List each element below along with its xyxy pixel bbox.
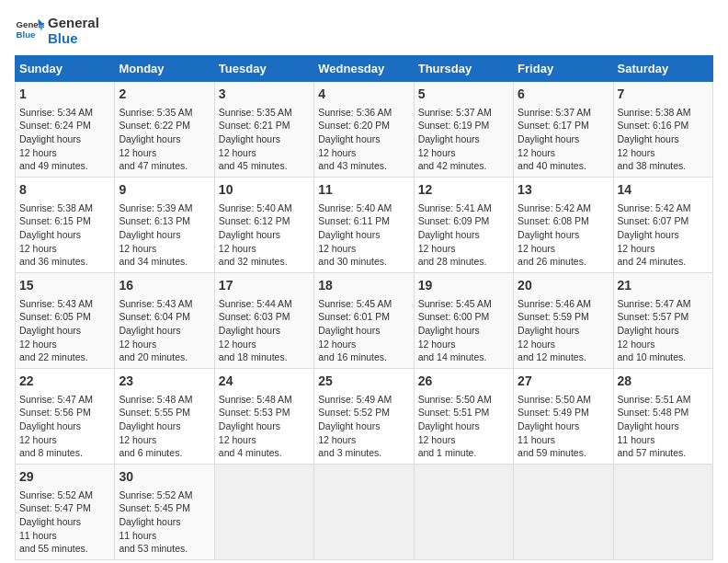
day-number: 4 <box>318 86 409 104</box>
calendar-cell: 12Sunrise: 5:41 AMSunset: 6:09 PMDayligh… <box>414 178 513 273</box>
day-number: 28 <box>618 373 709 391</box>
day-number: 6 <box>518 86 609 104</box>
day-details: Sunrise: 5:52 AMSunset: 5:45 PMDaylight … <box>119 488 210 556</box>
calendar-cell: 22Sunrise: 5:47 AMSunset: 5:56 PMDayligh… <box>16 369 115 465</box>
day-details: Sunrise: 5:36 AMSunset: 6:20 PMDaylight … <box>318 106 409 173</box>
day-details: Sunrise: 5:44 AMSunset: 6:03 PMDaylight … <box>219 297 310 364</box>
calendar-cell <box>414 465 513 560</box>
day-number: 30 <box>119 468 210 487</box>
calendar-cell: 19Sunrise: 5:45 AMSunset: 6:00 PMDayligh… <box>414 273 513 369</box>
day-details: Sunrise: 5:43 AMSunset: 6:05 PMDaylight … <box>19 297 110 364</box>
calendar-header-row: Sunday Monday Tuesday Wednesday Thursday… <box>16 56 713 82</box>
day-details: Sunrise: 5:50 AMSunset: 5:49 PMDaylight … <box>518 393 609 460</box>
day-number: 16 <box>119 277 210 295</box>
day-details: Sunrise: 5:41 AMSunset: 6:09 PMDaylight … <box>418 201 509 269</box>
day-details: Sunrise: 5:39 AMSunset: 6:13 PMDaylight … <box>119 201 210 269</box>
calendar-cell: 13Sunrise: 5:42 AMSunset: 6:08 PMDayligh… <box>514 178 613 273</box>
day-details: Sunrise: 5:48 AMSunset: 5:53 PMDaylight … <box>219 393 310 460</box>
day-details: Sunrise: 5:37 AMSunset: 6:19 PMDaylight … <box>418 106 509 173</box>
calendar-row-4: 29Sunrise: 5:52 AMSunset: 5:47 PMDayligh… <box>16 465 713 560</box>
day-details: Sunrise: 5:40 AMSunset: 6:12 PMDaylight … <box>219 201 310 269</box>
day-number: 23 <box>119 373 210 391</box>
calendar-cell: 26Sunrise: 5:50 AMSunset: 5:51 PMDayligh… <box>414 369 513 465</box>
calendar-cell: 21Sunrise: 5:47 AMSunset: 5:57 PMDayligh… <box>613 273 712 369</box>
calendar-cell: 10Sunrise: 5:40 AMSunset: 6:12 PMDayligh… <box>214 178 313 273</box>
calendar-cell: 30Sunrise: 5:52 AMSunset: 5:45 PMDayligh… <box>115 465 214 560</box>
day-number: 9 <box>119 181 210 200</box>
day-details: Sunrise: 5:35 AMSunset: 6:22 PMDaylight … <box>119 106 210 173</box>
day-details: Sunrise: 5:46 AMSunset: 5:59 PMDaylight … <box>518 297 609 364</box>
calendar-cell: 11Sunrise: 5:40 AMSunset: 6:11 PMDayligh… <box>314 178 414 273</box>
day-details: Sunrise: 5:40 AMSunset: 6:11 PMDaylight … <box>318 201 409 269</box>
day-number: 21 <box>618 277 709 295</box>
calendar-cell <box>613 465 712 560</box>
page-header: General Blue General Blue <box>15 15 713 46</box>
day-details: Sunrise: 5:49 AMSunset: 5:52 PMDaylight … <box>318 393 409 460</box>
header-friday: Friday <box>514 56 613 82</box>
calendar-row-3: 22Sunrise: 5:47 AMSunset: 5:56 PMDayligh… <box>16 369 713 465</box>
day-number: 17 <box>219 277 310 295</box>
calendar-cell: 5Sunrise: 5:37 AMSunset: 6:19 PMDaylight… <box>414 82 513 178</box>
day-details: Sunrise: 5:37 AMSunset: 6:17 PMDaylight … <box>518 106 609 173</box>
calendar-cell: 18Sunrise: 5:45 AMSunset: 6:01 PMDayligh… <box>314 273 414 369</box>
day-number: 2 <box>119 86 210 104</box>
day-details: Sunrise: 5:38 AMSunset: 6:15 PMDaylight … <box>19 201 110 269</box>
day-number: 7 <box>618 86 709 104</box>
day-number: 3 <box>219 86 310 104</box>
calendar-cell: 9Sunrise: 5:39 AMSunset: 6:13 PMDaylight… <box>115 178 214 273</box>
calendar-cell: 7Sunrise: 5:38 AMSunset: 6:16 PMDaylight… <box>613 82 712 178</box>
day-number: 24 <box>219 373 310 391</box>
day-number: 19 <box>418 277 509 295</box>
day-number: 5 <box>418 86 509 104</box>
day-details: Sunrise: 5:42 AMSunset: 6:07 PMDaylight … <box>618 201 709 269</box>
header-wednesday: Wednesday <box>314 56 414 82</box>
day-number: 15 <box>19 277 110 295</box>
day-number: 20 <box>518 277 609 295</box>
day-number: 27 <box>518 373 609 391</box>
logo-blue: Blue <box>48 30 99 46</box>
day-number: 11 <box>318 181 409 200</box>
calendar-cell: 17Sunrise: 5:44 AMSunset: 6:03 PMDayligh… <box>214 273 313 369</box>
logo: General Blue General Blue <box>15 15 99 46</box>
day-details: Sunrise: 5:38 AMSunset: 6:16 PMDaylight … <box>618 106 709 173</box>
day-details: Sunrise: 5:43 AMSunset: 6:04 PMDaylight … <box>119 297 210 364</box>
day-details: Sunrise: 5:34 AMSunset: 6:24 PMDaylight … <box>19 106 110 173</box>
day-details: Sunrise: 5:42 AMSunset: 6:08 PMDaylight … <box>518 201 609 269</box>
day-number: 8 <box>19 181 110 200</box>
calendar-cell <box>214 465 313 560</box>
calendar-cell: 29Sunrise: 5:52 AMSunset: 5:47 PMDayligh… <box>16 465 115 560</box>
day-details: Sunrise: 5:52 AMSunset: 5:47 PMDaylight … <box>19 488 110 556</box>
calendar-cell <box>314 465 414 560</box>
day-details: Sunrise: 5:48 AMSunset: 5:55 PMDaylight … <box>119 393 210 460</box>
day-number: 22 <box>19 373 110 391</box>
day-number: 26 <box>418 373 509 391</box>
calendar-cell: 15Sunrise: 5:43 AMSunset: 6:05 PMDayligh… <box>16 273 115 369</box>
calendar-cell: 25Sunrise: 5:49 AMSunset: 5:52 PMDayligh… <box>314 369 414 465</box>
day-number: 1 <box>19 86 110 104</box>
calendar-cell: 14Sunrise: 5:42 AMSunset: 6:07 PMDayligh… <box>613 178 712 273</box>
calendar-cell: 2Sunrise: 5:35 AMSunset: 6:22 PMDaylight… <box>115 82 214 178</box>
header-saturday: Saturday <box>613 56 712 82</box>
day-number: 29 <box>19 468 110 487</box>
day-details: Sunrise: 5:50 AMSunset: 5:51 PMDaylight … <box>418 393 509 460</box>
calendar-cell <box>514 465 613 560</box>
calendar-row-0: 1Sunrise: 5:34 AMSunset: 6:24 PMDaylight… <box>16 82 713 178</box>
day-details: Sunrise: 5:47 AMSunset: 5:56 PMDaylight … <box>19 393 110 460</box>
calendar-cell: 4Sunrise: 5:36 AMSunset: 6:20 PMDaylight… <box>314 82 414 178</box>
calendar-cell: 28Sunrise: 5:51 AMSunset: 5:48 PMDayligh… <box>613 369 712 465</box>
calendar-row-2: 15Sunrise: 5:43 AMSunset: 6:05 PMDayligh… <box>16 273 713 369</box>
calendar-table: Sunday Monday Tuesday Wednesday Thursday… <box>15 55 713 560</box>
calendar-cell: 24Sunrise: 5:48 AMSunset: 5:53 PMDayligh… <box>214 369 313 465</box>
header-thursday: Thursday <box>414 56 513 82</box>
day-details: Sunrise: 5:45 AMSunset: 6:00 PMDaylight … <box>418 297 509 364</box>
calendar-cell: 20Sunrise: 5:46 AMSunset: 5:59 PMDayligh… <box>514 273 613 369</box>
header-sunday: Sunday <box>16 56 115 82</box>
calendar-cell: 6Sunrise: 5:37 AMSunset: 6:17 PMDaylight… <box>514 82 613 178</box>
day-details: Sunrise: 5:35 AMSunset: 6:21 PMDaylight … <box>219 106 310 173</box>
calendar-cell: 3Sunrise: 5:35 AMSunset: 6:21 PMDaylight… <box>214 82 313 178</box>
calendar-cell: 27Sunrise: 5:50 AMSunset: 5:49 PMDayligh… <box>514 369 613 465</box>
header-tuesday: Tuesday <box>214 56 313 82</box>
logo-icon: General Blue <box>15 17 44 43</box>
calendar-cell: 16Sunrise: 5:43 AMSunset: 6:04 PMDayligh… <box>115 273 214 369</box>
day-number: 18 <box>318 277 409 295</box>
